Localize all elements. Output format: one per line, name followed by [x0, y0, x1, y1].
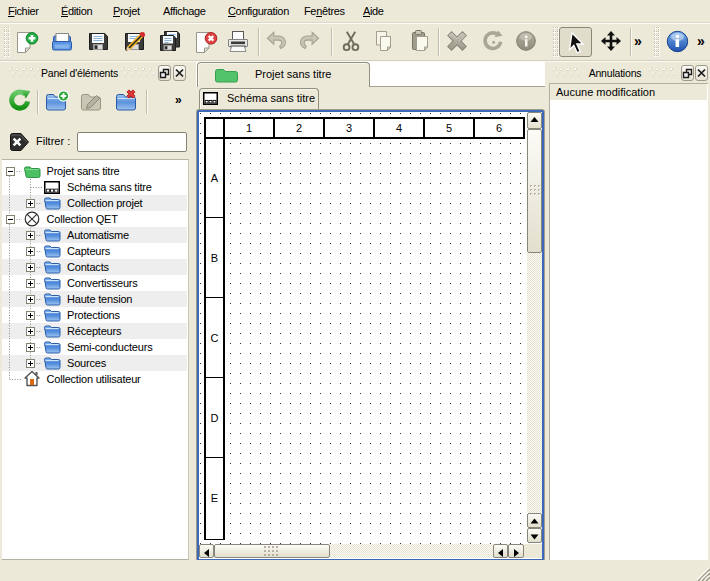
svg-text:Automatisme: Automatisme	[67, 229, 129, 241]
svg-text:Protections: Protections	[67, 309, 121, 321]
svg-text:Collection utilisateur: Collection utilisateur	[47, 373, 142, 385]
svg-text:2: 2	[296, 122, 302, 134]
svg-text:Convertisseurs: Convertisseurs	[67, 277, 138, 289]
svg-text:Collection projet: Collection projet	[67, 197, 143, 209]
svg-text:Sources: Sources	[67, 357, 107, 369]
svg-text:5: 5	[446, 122, 452, 134]
svg-text:B: B	[211, 252, 218, 264]
svg-text:Contacts: Contacts	[67, 261, 110, 273]
svg-text:4: 4	[396, 122, 402, 134]
svg-text:A: A	[211, 172, 219, 184]
svg-text:Récepteurs: Récepteurs	[67, 325, 122, 337]
svg-text:6: 6	[496, 122, 502, 134]
svg-text:Haute tension: Haute tension	[67, 293, 132, 305]
svg-text:C: C	[211, 332, 219, 344]
svg-text:Schéma sans titre: Schéma sans titre	[67, 181, 152, 193]
svg-text:D: D	[211, 412, 219, 424]
svg-text:3: 3	[346, 122, 352, 134]
svg-text:1: 1	[246, 122, 252, 134]
svg-text:Collection QET: Collection QET	[47, 213, 119, 225]
svg-text:Semi-conducteurs: Semi-conducteurs	[67, 341, 153, 353]
svg-text:E: E	[211, 492, 218, 504]
svg-text:Projet sans titre: Projet sans titre	[47, 165, 120, 177]
svg-text:Capteurs: Capteurs	[67, 245, 111, 257]
